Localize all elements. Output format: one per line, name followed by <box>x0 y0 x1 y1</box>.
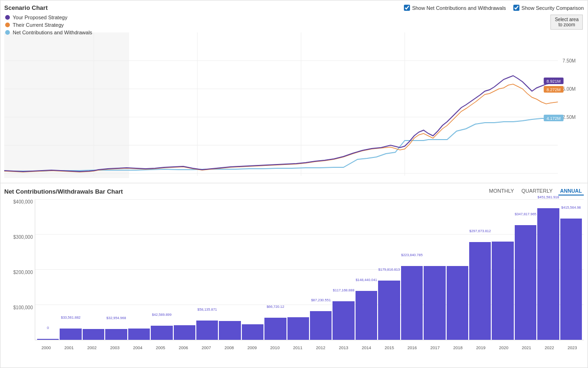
bar-2014[interactable]: $148,440.041 <box>356 291 377 340</box>
y-axis-labels: $400,000 $300,000 $200,000 $100,000 <box>4 199 35 340</box>
bar-chart-section: Net Contributions/Withdrawals Bar Chart … <box>0 183 588 368</box>
bar-2010[interactable]: $66,720.12 <box>264 318 286 340</box>
bar-wrapper-2020 <box>492 199 513 340</box>
toggle-net-contributions[interactable]: Show Net Contributions and Withdrawals <box>404 5 506 11</box>
x-label-2022: 2022 <box>538 345 561 350</box>
legend-proposed-label: Your Proposed Strategy <box>13 15 67 20</box>
bar-wrapper-2011 <box>287 199 309 340</box>
bar-wrapper-2014: $148,440.041 <box>356 199 377 340</box>
bar-wrapper-2012: $87,230.551 <box>310 199 332 340</box>
bar-2021[interactable]: $347,817.965 <box>515 225 536 340</box>
bar-2003[interactable]: $32,954.968 <box>105 329 127 340</box>
bar-label-2015: $179,816.813 <box>379 267 400 272</box>
legend-net-label: Net Contributions and Withdrawals <box>13 30 92 35</box>
bar-wrapper-2001: $33,561.882 <box>60 199 81 340</box>
x-label-2002: 2002 <box>80 345 103 350</box>
x-label-2014: 2014 <box>355 345 378 350</box>
period-annual[interactable]: ANNUAL <box>558 187 584 196</box>
toggle-security-checkbox[interactable] <box>513 5 519 11</box>
bar-wrapper-2002 <box>83 199 104 340</box>
bar-2012[interactable]: $87,230.551 <box>310 311 332 340</box>
x-axis-labels: 2000200120022003200420052006200720082009… <box>35 341 584 354</box>
bars-container: 0$33,561.882$32,954.968$42,589.899$58,13… <box>35 199 584 340</box>
bar-2004[interactable] <box>128 329 150 340</box>
scenario-chart-area[interactable]: 7.50M 5.00M 2.50M 2005 2010 2015 2020 8.… <box>4 32 584 178</box>
bar-chart-area: $400,000 $300,000 $200,000 $100,000 0$33… <box>4 199 584 354</box>
bar-wrapper-2006 <box>174 199 195 340</box>
bar-chart-header: Net Contributions/Withdrawals Bar Chart … <box>4 187 584 196</box>
x-label-2012: 2012 <box>309 345 332 350</box>
bar-wrapper-2008 <box>219 199 240 340</box>
period-buttons: MONTHLY QUARTERLY ANNUAL <box>487 187 584 196</box>
x-label-2015: 2015 <box>378 345 401 350</box>
bar-2022[interactable]: $451,581.918 <box>537 208 559 340</box>
chart-legend: Your Proposed Strategy Their Current Str… <box>5 15 92 35</box>
period-quarterly[interactable]: QUARTERLY <box>519 187 554 196</box>
bar-2023[interactable]: $415,564.98 <box>560 219 582 340</box>
bar-wrapper-2023: $415,564.98 <box>560 199 582 340</box>
scenario-chart-section: Scenario Chart Show Net Contributions an… <box>0 0 588 183</box>
bar-2000[interactable]: 0 <box>37 339 59 340</box>
bar-2002[interactable] <box>83 329 104 340</box>
bar-label-2012: $87,230.551 <box>311 298 331 302</box>
bar-2013[interactable]: $117,168.888 <box>333 301 354 340</box>
x-label-2010: 2010 <box>263 345 286 350</box>
legend-current: Their Current Strategy <box>5 22 92 28</box>
bar-2006[interactable] <box>174 325 195 340</box>
bar-chart-title: Net Contributions/Withdrawals Bar Chart <box>4 188 123 195</box>
x-label-2017: 2017 <box>424 345 447 350</box>
legend-net-contrib: Net Contributions and Withdrawals <box>5 30 92 35</box>
bar-2020[interactable] <box>492 242 513 340</box>
x-label-2013: 2013 <box>332 345 355 350</box>
bar-label-2001: $33,561.882 <box>61 315 81 320</box>
period-monthly[interactable]: MONTHLY <box>487 187 516 196</box>
bar-wrapper-2007: $58,135.871 <box>196 199 218 340</box>
x-label-2001: 2001 <box>58 345 81 350</box>
svg-text:8.272M: 8.272M <box>547 87 561 92</box>
bar-2016[interactable]: $223,840.785 <box>401 266 423 340</box>
bar-2015[interactable]: $179,816.813 <box>378 281 400 340</box>
bar-2007[interactable]: $58,135.871 <box>196 321 218 340</box>
legend-current-dot <box>5 23 10 27</box>
bar-wrapper-2021: $347,817.965 <box>515 199 536 340</box>
bar-label-2005: $42,589.899 <box>152 313 171 317</box>
bar-label-2019: $297,673.812 <box>469 229 491 233</box>
y-label-300k: $300,000 <box>4 235 33 240</box>
chart-toggles: Show Net Contributions and Withdrawals S… <box>404 5 584 11</box>
bar-2018[interactable] <box>447 266 468 340</box>
y-label-100k: $100,000 <box>4 305 33 310</box>
bar-label-2003: $32,954.968 <box>107 316 126 320</box>
bar-label-2007: $58,135.871 <box>197 307 217 312</box>
svg-rect-0 <box>4 32 129 178</box>
toggle-security-label: Show Security Comparison <box>521 5 584 11</box>
bar-2005[interactable]: $42,589.899 <box>151 326 172 340</box>
x-label-2006: 2006 <box>172 345 195 350</box>
x-label-2016: 2016 <box>401 345 424 350</box>
bar-label-2023: $415,564.98 <box>561 205 581 210</box>
toggle-security-comparison[interactable]: Show Security Comparison <box>513 5 584 11</box>
x-label-2019: 2019 <box>469 345 492 350</box>
x-label-2003: 2003 <box>103 345 126 350</box>
bar-2009[interactable] <box>242 324 263 340</box>
toggle-net-label: Show Net Contributions and Withdrawals <box>412 5 506 11</box>
svg-text:2.50M: 2.50M <box>563 115 576 120</box>
bar-2017[interactable] <box>424 266 445 340</box>
x-label-2021: 2021 <box>515 345 538 350</box>
legend-current-label: Their Current Strategy <box>13 22 64 28</box>
toggle-net-contributions-checkbox[interactable] <box>404 5 410 11</box>
svg-text:2020: 2020 <box>399 178 410 178</box>
bar-label-2021: $347,817.965 <box>515 212 536 216</box>
bar-label-2014: $148,440.041 <box>356 278 377 282</box>
svg-text:5.00M: 5.00M <box>563 86 576 92</box>
svg-text:2010: 2010 <box>191 178 202 178</box>
bar-wrapper-2022: $451,581.918 <box>537 199 559 340</box>
zoom-button[interactable]: Select areato zoom <box>550 15 583 30</box>
bar-label-2013: $117,168.888 <box>333 288 355 292</box>
bar-2008[interactable] <box>219 321 240 340</box>
bar-2011[interactable] <box>287 317 309 340</box>
bar-2001[interactable]: $33,561.882 <box>60 329 81 340</box>
bar-wrapper-2017 <box>424 199 445 340</box>
bar-2019[interactable]: $297,673.812 <box>469 242 491 340</box>
x-label-2004: 2004 <box>126 345 149 350</box>
svg-text:8.921M: 8.921M <box>547 79 561 84</box>
